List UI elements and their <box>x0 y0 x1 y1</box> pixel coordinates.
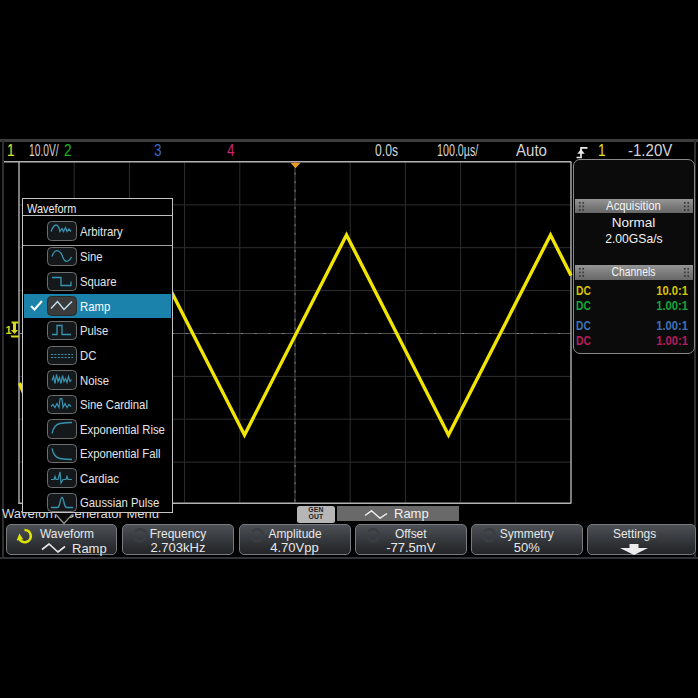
svg-text:1: 1 <box>6 324 12 336</box>
